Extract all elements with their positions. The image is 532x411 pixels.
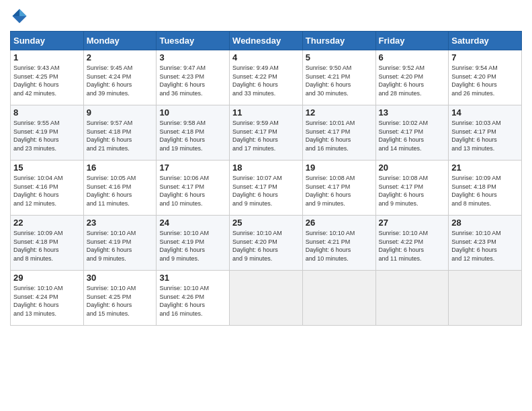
- day-number: 31: [159, 273, 226, 283]
- day-number: 21: [451, 163, 519, 173]
- day-number: 18: [232, 163, 300, 173]
- day-cell: 1Sunrise: 9:43 AM Sunset: 4:25 PM Daylig…: [11, 50, 84, 105]
- day-number: 19: [306, 163, 373, 173]
- day-info: Sunrise: 10:07 AM Sunset: 4:17 PM Daylig…: [232, 174, 300, 208]
- day-cell: 20Sunrise: 10:08 AM Sunset: 4:17 PM Dayl…: [375, 161, 449, 216]
- calendar-table: SundayMondayTuesdayWednesdayThursdayFrid…: [10, 31, 522, 326]
- day-cell: 31Sunrise: 10:10 AM Sunset: 4:26 PM Dayl…: [157, 271, 230, 326]
- day-info: Sunrise: 10:08 AM Sunset: 4:17 PM Daylig…: [306, 174, 373, 208]
- day-cell: 25Sunrise: 10:10 AM Sunset: 4:20 PM Dayl…: [230, 216, 303, 271]
- weekday-wednesday: Wednesday: [230, 32, 303, 50]
- day-cell: 28Sunrise: 10:10 AM Sunset: 4:23 PM Dayl…: [449, 216, 522, 271]
- day-cell: 30Sunrise: 10:10 AM Sunset: 4:25 PM Dayl…: [83, 271, 157, 326]
- week-row-3: 15Sunrise: 10:04 AM Sunset: 4:16 PM Dayl…: [11, 161, 522, 216]
- day-cell: 24Sunrise: 10:10 AM Sunset: 4:19 PM Dayl…: [157, 216, 230, 271]
- day-info: Sunrise: 10:10 AM Sunset: 4:19 PM Daylig…: [159, 229, 226, 263]
- day-info: Sunrise: 10:10 AM Sunset: 4:20 PM Daylig…: [232, 229, 300, 263]
- weekday-tuesday: Tuesday: [157, 32, 230, 50]
- day-info: Sunrise: 10:01 AM Sunset: 4:17 PM Daylig…: [306, 119, 373, 152]
- day-info: Sunrise: 10:06 AM Sunset: 4:17 PM Daylig…: [159, 174, 226, 208]
- day-info: Sunrise: 10:03 AM Sunset: 4:17 PM Daylig…: [451, 119, 519, 152]
- day-number: 12: [306, 107, 373, 118]
- day-info: Sunrise: 9:49 AM Sunset: 4:22 PM Dayligh…: [232, 64, 300, 97]
- weekday-thursday: Thursday: [302, 32, 375, 50]
- day-info: Sunrise: 10:10 AM Sunset: 4:22 PM Daylig…: [379, 229, 446, 263]
- day-number: 16: [87, 163, 154, 173]
- day-number: 4: [232, 52, 300, 62]
- day-cell: 9Sunrise: 9:57 AM Sunset: 4:18 PM Daylig…: [83, 105, 157, 161]
- day-number: 9: [87, 107, 154, 118]
- day-cell: [449, 271, 522, 326]
- weekday-friday: Friday: [375, 32, 449, 50]
- day-cell: [230, 271, 303, 326]
- day-info: Sunrise: 10:02 AM Sunset: 4:17 PM Daylig…: [379, 119, 446, 152]
- day-info: Sunrise: 10:10 AM Sunset: 4:23 PM Daylig…: [451, 229, 519, 263]
- page-header: [10, 7, 522, 26]
- day-number: 23: [87, 218, 154, 228]
- day-number: 5: [306, 52, 373, 62]
- day-cell: 26Sunrise: 10:10 AM Sunset: 4:21 PM Dayl…: [302, 216, 375, 271]
- day-number: 7: [451, 52, 519, 62]
- day-info: Sunrise: 10:08 AM Sunset: 4:17 PM Daylig…: [379, 174, 446, 208]
- week-row-1: 1Sunrise: 9:43 AM Sunset: 4:25 PM Daylig…: [11, 50, 522, 105]
- day-info: Sunrise: 9:59 AM Sunset: 4:17 PM Dayligh…: [232, 119, 300, 152]
- day-cell: 8Sunrise: 9:55 AM Sunset: 4:19 PM Daylig…: [11, 105, 84, 161]
- svg-marker-1: [19, 9, 27, 17]
- day-cell: 18Sunrise: 10:07 AM Sunset: 4:17 PM Dayl…: [230, 161, 303, 216]
- day-cell: 7Sunrise: 9:54 AM Sunset: 4:20 PM Daylig…: [449, 50, 522, 105]
- day-info: Sunrise: 10:09 AM Sunset: 4:18 PM Daylig…: [451, 174, 519, 208]
- day-info: Sunrise: 9:57 AM Sunset: 4:18 PM Dayligh…: [87, 119, 154, 152]
- day-cell: 4Sunrise: 9:49 AM Sunset: 4:22 PM Daylig…: [230, 50, 303, 105]
- day-cell: 5Sunrise: 9:50 AM Sunset: 4:21 PM Daylig…: [302, 50, 375, 105]
- day-cell: 12Sunrise: 10:01 AM Sunset: 4:17 PM Dayl…: [302, 105, 375, 161]
- day-info: Sunrise: 10:10 AM Sunset: 4:24 PM Daylig…: [13, 284, 81, 318]
- day-number: 15: [13, 163, 81, 173]
- day-cell: 3Sunrise: 9:47 AM Sunset: 4:23 PM Daylig…: [157, 50, 230, 105]
- day-cell: 2Sunrise: 9:45 AM Sunset: 4:24 PM Daylig…: [83, 50, 157, 105]
- day-info: Sunrise: 9:47 AM Sunset: 4:23 PM Dayligh…: [159, 64, 226, 97]
- day-info: Sunrise: 10:10 AM Sunset: 4:21 PM Daylig…: [306, 229, 373, 263]
- day-number: 2: [87, 52, 154, 62]
- day-number: 25: [232, 218, 300, 228]
- day-cell: 29Sunrise: 10:10 AM Sunset: 4:24 PM Dayl…: [11, 271, 84, 326]
- day-number: 27: [379, 218, 446, 228]
- weekday-header-row: SundayMondayTuesdayWednesdayThursdayFrid…: [11, 32, 522, 50]
- logo: [10, 7, 30, 26]
- day-info: Sunrise: 9:58 AM Sunset: 4:18 PM Dayligh…: [159, 119, 226, 152]
- day-info: Sunrise: 10:10 AM Sunset: 4:26 PM Daylig…: [159, 284, 226, 318]
- day-cell: 21Sunrise: 10:09 AM Sunset: 4:18 PM Dayl…: [449, 161, 522, 216]
- day-number: 26: [306, 218, 373, 228]
- week-row-2: 8Sunrise: 9:55 AM Sunset: 4:19 PM Daylig…: [11, 105, 522, 161]
- day-cell: 17Sunrise: 10:06 AM Sunset: 4:17 PM Dayl…: [157, 161, 230, 216]
- day-info: Sunrise: 10:10 AM Sunset: 4:25 PM Daylig…: [87, 284, 154, 318]
- day-info: Sunrise: 9:43 AM Sunset: 4:25 PM Dayligh…: [13, 64, 81, 97]
- day-cell: 22Sunrise: 10:09 AM Sunset: 4:18 PM Dayl…: [11, 216, 84, 271]
- day-cell: [375, 271, 449, 326]
- day-number: 1: [13, 52, 81, 62]
- day-info: Sunrise: 9:50 AM Sunset: 4:21 PM Dayligh…: [306, 64, 373, 97]
- day-number: 13: [379, 107, 446, 118]
- day-number: 20: [379, 163, 446, 173]
- day-info: Sunrise: 10:09 AM Sunset: 4:18 PM Daylig…: [13, 229, 81, 263]
- day-info: Sunrise: 9:55 AM Sunset: 4:19 PM Dayligh…: [13, 119, 81, 152]
- day-number: 3: [159, 52, 226, 62]
- day-cell: 23Sunrise: 10:10 AM Sunset: 4:19 PM Dayl…: [83, 216, 157, 271]
- day-number: 6: [379, 52, 446, 62]
- day-number: 29: [13, 273, 81, 283]
- day-info: Sunrise: 10:04 AM Sunset: 4:16 PM Daylig…: [13, 174, 81, 208]
- day-info: Sunrise: 9:54 AM Sunset: 4:20 PM Dayligh…: [451, 64, 519, 97]
- day-info: Sunrise: 9:45 AM Sunset: 4:24 PM Dayligh…: [87, 64, 154, 97]
- day-number: 8: [13, 107, 81, 118]
- weekday-monday: Monday: [83, 32, 157, 50]
- day-number: 22: [13, 218, 81, 228]
- day-number: 30: [87, 273, 154, 283]
- day-cell: 10Sunrise: 9:58 AM Sunset: 4:18 PM Dayli…: [157, 105, 230, 161]
- day-number: 14: [451, 107, 519, 118]
- weekday-saturday: Saturday: [449, 32, 522, 50]
- logo-icon: [10, 7, 29, 26]
- day-cell: [302, 271, 375, 326]
- week-row-4: 22Sunrise: 10:09 AM Sunset: 4:18 PM Dayl…: [11, 216, 522, 271]
- day-number: 24: [159, 218, 226, 228]
- day-info: Sunrise: 10:10 AM Sunset: 4:19 PM Daylig…: [87, 229, 154, 263]
- svg-marker-2: [13, 9, 20, 17]
